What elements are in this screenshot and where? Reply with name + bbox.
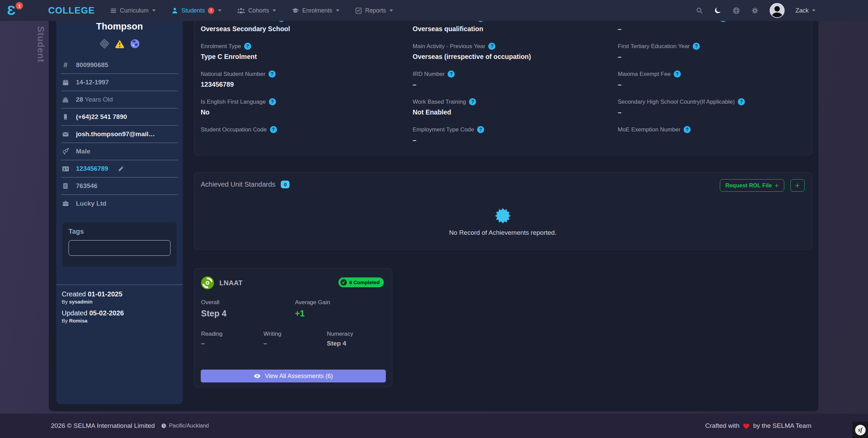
writing-value: – xyxy=(263,340,267,347)
student-detail-rows: # 800990685 14-12-1997 28 Years Old (+64… xyxy=(56,57,183,212)
app-logo[interactable]: Ɛ 1 xyxy=(7,3,24,18)
help-icon[interactable]: ? xyxy=(477,126,484,133)
phone-row: (+64)22 541 7890 xyxy=(61,108,178,126)
help-icon[interactable]: ? xyxy=(448,70,455,78)
plus-icon: + xyxy=(795,181,800,190)
menu-item-label: Enrolments xyxy=(302,7,332,14)
search-icon[interactable] xyxy=(696,7,703,14)
gear-icon[interactable] xyxy=(751,7,759,15)
student-id-value: 800990685 xyxy=(76,61,108,69)
pattern-icon xyxy=(99,39,110,49)
brand-title[interactable]: COLLEGE xyxy=(48,5,95,16)
gender-row: Male xyxy=(61,143,178,160)
calendar-icon xyxy=(61,79,70,86)
help-icon[interactable]: ? xyxy=(719,21,727,22)
email-row: josh.thompson97@mail… xyxy=(61,126,178,143)
birth-date-value: 14-12-1997 xyxy=(76,79,109,86)
updated-by: By Romisa xyxy=(62,318,177,324)
request-rol-file-button[interactable]: Request ROL File+ xyxy=(720,179,784,192)
tags-input[interactable] xyxy=(68,240,171,256)
briefcase-icon xyxy=(61,200,70,207)
hash-icon: # xyxy=(61,61,70,69)
help-icon[interactable]: ? xyxy=(684,126,691,133)
menu-item-cohorts[interactable]: Cohorts xyxy=(237,7,276,14)
person-icon xyxy=(171,7,178,14)
menu-item-curriculum[interactable]: Curriculum xyxy=(110,7,156,14)
created-by: By sysadmin xyxy=(62,299,177,305)
top-navbar: Ɛ 1 COLLEGE Curriculum Students ! Cohort… xyxy=(0,0,868,21)
timezone-text: Pacific/Auckland xyxy=(169,423,209,429)
help-icon[interactable]: ? xyxy=(270,126,277,133)
average-gain-value: +1 xyxy=(295,309,305,318)
birth-date-row: 14-12-1997 xyxy=(61,74,178,91)
achievements-title: Achieved Unit Standards xyxy=(201,181,275,188)
timezone: Pacific/Auckland xyxy=(161,423,209,429)
user-avatar[interactable] xyxy=(770,3,785,18)
eye-icon xyxy=(254,373,261,380)
student-vertical-tab[interactable]: Student xyxy=(32,26,46,77)
passport-icon xyxy=(61,183,70,189)
menu-item-label: Students xyxy=(181,7,205,14)
symfony-toolbar-button[interactable]: sf xyxy=(852,422,868,438)
chevron-down-icon xyxy=(218,9,221,12)
average-gain-label: Average Gain xyxy=(295,299,330,306)
reading-label: Reading xyxy=(201,331,222,337)
main-menu: Curriculum Students ! Cohorts Enrolments… xyxy=(110,7,393,14)
lnaat-logo-icon xyxy=(201,276,214,289)
help-icon[interactable]: ? xyxy=(278,21,285,22)
globe-language-icon[interactable] xyxy=(732,7,740,15)
menu-item-label: Curriculum xyxy=(120,7,149,14)
detail-field: First Tertiary Education Year? – xyxy=(618,43,812,70)
numeracy-value: Step 4 xyxy=(327,340,346,347)
nsn-row: 123456789 xyxy=(61,160,178,178)
menu-item-enrolments[interactable]: Enrolments xyxy=(292,7,339,14)
view-all-assessments-button[interactable]: View All Assessments (6) xyxy=(201,370,386,382)
passport-value: 763546 xyxy=(76,182,97,190)
help-icon[interactable]: ? xyxy=(693,43,700,50)
phone-value: (+64)22 541 7890 xyxy=(76,113,127,121)
help-icon[interactable]: ? xyxy=(269,98,276,105)
lnaat-card: LNAAT ✓ 6 Completed Overall Step 4 Avera… xyxy=(194,268,392,387)
clock-icon xyxy=(161,423,166,429)
menu-item-students[interactable]: Students ! xyxy=(171,7,221,14)
detail-field: MoE Exemption Number? xyxy=(618,126,812,154)
help-icon[interactable]: ? xyxy=(244,43,251,50)
edit-pencil-icon[interactable] xyxy=(118,166,124,172)
nsn-value[interactable]: 123456789 xyxy=(76,165,108,172)
theme-moon-icon[interactable] xyxy=(714,7,722,14)
reading-value: – xyxy=(201,340,205,347)
achieved-unit-standards-card: Achieved Unit Standards 0 Request ROL Fi… xyxy=(194,172,812,250)
help-icon[interactable]: ? xyxy=(469,98,476,105)
menu-item-label: Reports xyxy=(365,7,386,14)
age-value: 28 Years Old xyxy=(76,96,113,103)
detail-field: Student Occupation Code? xyxy=(201,126,401,154)
user-name: Zack xyxy=(795,7,809,14)
updated-line: Updated 05-02-2026 xyxy=(62,309,177,317)
detail-field: ? – xyxy=(618,21,812,43)
globe-overseas-icon[interactable] xyxy=(130,39,140,49)
warning-icon[interactable] xyxy=(114,39,125,49)
check-icon: ✓ xyxy=(340,279,347,286)
help-icon[interactable]: ? xyxy=(488,43,495,50)
menu-item-label: Cohorts xyxy=(248,7,269,14)
detail-field: Maxima Exempt Fee? – xyxy=(618,70,812,98)
chevron-down-icon xyxy=(390,9,393,12)
empty-message: No Record of Achievements reported. xyxy=(449,229,557,236)
help-icon[interactable]: ? xyxy=(674,70,681,78)
page-footer: 2026 © SELMA International Limited Pacif… xyxy=(0,414,868,438)
menu-item-reports[interactable]: Reports xyxy=(355,7,393,14)
achievements-empty-state: No Record of Achievements reported. xyxy=(194,208,812,236)
gender-value: Male xyxy=(76,148,90,155)
chevron-down-icon xyxy=(273,9,276,12)
copyright-text: 2026 © SELMA International Limited xyxy=(51,422,155,430)
employer-row: Lucky Ltd xyxy=(61,195,178,212)
help-icon[interactable]: ? xyxy=(738,98,745,105)
help-icon[interactable]: ? xyxy=(477,21,484,22)
detail-field: Employment Type Code? – xyxy=(413,126,613,154)
lnaat-completed-badge: ✓ 6 Completed xyxy=(338,277,384,287)
detail-field: ? Overseas Secondary School xyxy=(201,21,401,43)
user-menu[interactable]: Zack xyxy=(795,7,815,14)
help-icon[interactable]: ? xyxy=(269,70,276,78)
add-achievement-button[interactable]: + xyxy=(790,179,805,192)
main-content: ? Overseas Secondary School Enrolment Ty… xyxy=(194,21,812,412)
